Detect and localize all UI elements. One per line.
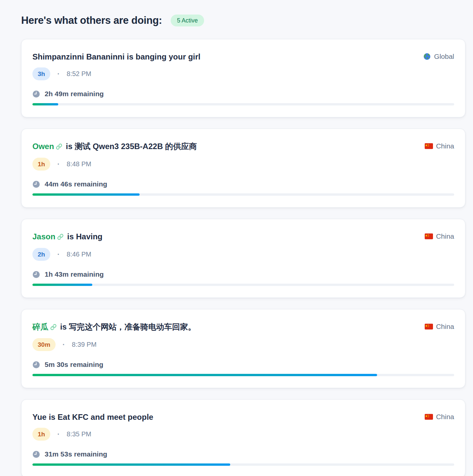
china-flag-icon: [425, 324, 433, 330]
clock-icon: [32, 90, 40, 98]
meta-row: 2h · 8:46 PM: [32, 248, 454, 261]
progress-bar-track: [32, 463, 454, 466]
dot-separator: ·: [57, 431, 60, 438]
page-title: Here's what others are doing:: [21, 15, 162, 26]
remaining-time-label: 5m 30s remaining: [45, 361, 103, 369]
meta-row: 1h · 8:48 PM: [32, 158, 454, 171]
dot-separator: ·: [63, 341, 65, 348]
verb-text: is: [60, 322, 67, 331]
remaining-row: 1h 43m remaining: [32, 270, 454, 278]
activity-title: Owen is 测试 Qwen3 235B-A22B 的供应商: [32, 141, 197, 153]
remaining-row: 2h 49m remaining: [32, 90, 454, 98]
duration-badge: 2h: [32, 248, 50, 261]
activity-text: 写完这个网站，准备骑电动车回家。: [69, 322, 196, 331]
page-container: Here's what others are doing: 5 Active S…: [0, 0, 473, 476]
start-timestamp: 8:39 PM: [72, 341, 96, 348]
progress-bar-fill: [32, 103, 58, 105]
activity-title: 碎瓜 is 写完这个网站，准备骑电动车回家。: [32, 321, 196, 333]
user-name: Yue: [32, 413, 47, 421]
activity-card: Shimpanzinni Bananinni is banging your g…: [21, 39, 465, 117]
duration-badge: 3h: [32, 67, 50, 80]
start-timestamp: 8:35 PM: [67, 430, 91, 438]
progress-bar-fill: [32, 374, 377, 376]
activity-text: Having: [76, 232, 103, 241]
meta-row: 1h · 8:35 PM: [32, 428, 454, 441]
link-icon[interactable]: [56, 141, 62, 153]
activity-card: 碎瓜 is 写完这个网站，准备骑电动车回家。 China 30m · 8:39 …: [21, 309, 465, 388]
location-indicator: Global: [423, 51, 454, 60]
globe-icon: [423, 53, 431, 60]
clock-icon: [32, 361, 40, 369]
location-indicator: China: [425, 321, 454, 331]
verb-text: is: [127, 52, 133, 61]
user-name[interactable]: Jason: [32, 232, 55, 241]
duration-badge: 1h: [32, 158, 50, 171]
progress-bar-track: [32, 374, 454, 376]
remaining-time-label: 2h 49m remaining: [45, 90, 104, 98]
card-title-row: Owen is 测试 Qwen3 235B-A22B 的供应商 China: [32, 141, 454, 153]
remaining-row: 44m 46s remaining: [32, 180, 454, 188]
remaining-time-label: 31m 53s remaining: [45, 450, 107, 458]
verb-text: is: [66, 142, 72, 151]
user-name: Shimpanzinni Bananinni: [32, 52, 125, 61]
remaining-time-label: 1h 43m remaining: [45, 270, 104, 278]
activity-text: Eat KFC and meet people: [58, 413, 153, 421]
dot-separator: ·: [57, 161, 60, 168]
dot-separator: ·: [57, 70, 60, 78]
user-name[interactable]: Owen: [32, 142, 54, 151]
card-title-row: Jason is Having China: [32, 231, 454, 243]
duration-badge: 30m: [32, 338, 56, 351]
progress-bar-track: [32, 193, 454, 196]
location-label: China: [436, 413, 454, 421]
verb-text: is: [49, 413, 55, 421]
china-flag-icon: [425, 233, 433, 239]
location-indicator: China: [425, 231, 454, 240]
remaining-row: 5m 30s remaining: [32, 361, 454, 369]
meta-row: 30m · 8:39 PM: [32, 338, 454, 351]
location-label: Global: [434, 53, 454, 60]
progress-bar-track: [32, 103, 454, 105]
start-timestamp: 8:52 PM: [67, 70, 91, 78]
clock-icon: [32, 451, 40, 458]
start-timestamp: 8:48 PM: [67, 160, 91, 168]
card-title-row: 碎瓜 is 写完这个网站，准备骑电动车回家。 China: [32, 321, 454, 333]
progress-bar-fill: [32, 193, 140, 196]
verb-text: is: [67, 232, 74, 241]
clock-icon: [32, 180, 40, 188]
activity-text: 测试 Qwen3 235B-A22B 的供应商: [75, 142, 197, 151]
card-title-row: Yue is Eat KFC and meet people China: [32, 412, 454, 423]
activity-card: Jason is Having China 2h · 8:46 PM 1h 43…: [21, 219, 465, 298]
location-label: China: [436, 232, 454, 240]
duration-badge: 1h: [32, 428, 50, 441]
active-count-badge: 5 Active: [171, 15, 204, 26]
page-header: Here's what others are doing: 5 Active: [21, 15, 465, 26]
progress-bar-fill: [32, 284, 92, 286]
link-icon[interactable]: [57, 232, 64, 243]
progress-bar-track: [32, 284, 454, 286]
remaining-time-label: 44m 46s remaining: [45, 180, 107, 188]
activity-card: Owen is 测试 Qwen3 235B-A22B 的供应商 China 1h…: [21, 129, 465, 208]
location-indicator: China: [425, 141, 454, 150]
china-flag-icon: [425, 143, 433, 149]
location-indicator: China: [425, 412, 454, 421]
location-label: China: [436, 323, 454, 331]
link-icon[interactable]: [50, 322, 57, 333]
activity-list: Shimpanzinni Bananinni is banging your g…: [21, 39, 465, 476]
user-name[interactable]: 碎瓜: [32, 322, 48, 331]
meta-row: 3h · 8:52 PM: [32, 67, 454, 80]
start-timestamp: 8:46 PM: [67, 251, 91, 258]
remaining-row: 31m 53s remaining: [32, 450, 454, 458]
activity-title: Jason is Having: [32, 231, 103, 243]
location-label: China: [436, 142, 454, 150]
card-title-row: Shimpanzinni Bananinni is banging your g…: [32, 51, 454, 62]
activity-title: Shimpanzinni Bananinni is banging your g…: [32, 51, 200, 62]
progress-bar-fill: [32, 463, 230, 466]
clock-icon: [32, 271, 40, 278]
dot-separator: ·: [57, 251, 60, 258]
activity-text: banging your girl: [136, 52, 200, 61]
activity-card: Yue is Eat KFC and meet people China 1h …: [21, 399, 465, 476]
china-flag-icon: [425, 414, 433, 420]
activity-title: Yue is Eat KFC and meet people: [32, 412, 153, 423]
